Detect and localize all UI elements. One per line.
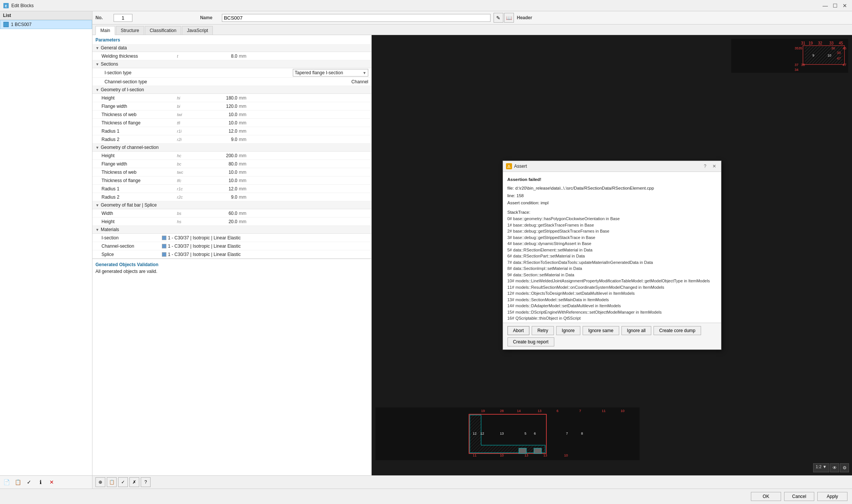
- assertion-file: file: d:\r20\bin_release\data\..\.\src/D…: [508, 185, 717, 191]
- retry-button[interactable]: Retry: [532, 326, 554, 335]
- generated-title: Generated Objects Validation: [95, 262, 368, 267]
- form-header: No. Name ✎ 📖 Header: [92, 11, 852, 25]
- param-name-flange-c: Flange width: [102, 161, 177, 167]
- dialog-close-button[interactable]: ✕: [711, 162, 718, 170]
- right-panel: No. Name ✎ 📖 Header Main Structure: [92, 11, 852, 489]
- add-button[interactable]: 📄: [2, 477, 11, 487]
- name-field-group: Name ✎ 📖: [200, 13, 514, 23]
- param-name-welding: Welding thickness: [102, 54, 177, 59]
- param-abbr-web-i: twi: [177, 112, 200, 117]
- param-value-r2-i: 9.0: [200, 137, 237, 142]
- section-geom-i-header[interactable]: ▼ Geometry of I-section: [92, 86, 371, 94]
- maximize-button[interactable]: ☐: [831, 2, 839, 10]
- form-actions: ✎ 📖: [494, 13, 514, 23]
- apply-button[interactable]: Apply: [817, 492, 847, 501]
- param-value-flange-c: 80.0: [200, 161, 237, 167]
- param-unit-height-i: mm: [237, 95, 252, 101]
- param-value-flange-thick-i: 10.0: [200, 120, 237, 126]
- param-value-web-c: 10.0: [200, 170, 237, 175]
- ignore-all-button[interactable]: Ignore all: [621, 326, 651, 335]
- copy-button[interactable]: 📋: [13, 477, 23, 487]
- bottom-toolbar: ⊕ 📋 ✓ ✗ ?: [92, 475, 852, 489]
- section-title-sections: Sections: [101, 61, 118, 67]
- section-geom-c-header[interactable]: ▼ Geometry of channel-section: [92, 144, 371, 152]
- window-controls: — ☐ ✕: [821, 2, 849, 10]
- name-label: Name: [200, 15, 219, 20]
- section-sections-header[interactable]: ▼ Sections: [92, 60, 371, 68]
- assert-icon: ⚠: [506, 163, 512, 169]
- form-left: Parameters ▼ General data Welding thickn…: [92, 35, 372, 475]
- tab-main[interactable]: Main: [95, 26, 115, 35]
- ignore-same-button[interactable]: Ignore same: [583, 326, 619, 335]
- param-r2-i: Radius 2 r2i 9.0 mm: [92, 135, 371, 144]
- stacktrace-header: StackTrace:: [508, 209, 717, 216]
- param-abbr-flange-thick-c: tfc: [177, 178, 200, 183]
- tab-javascript[interactable]: JavaScript: [182, 26, 213, 35]
- main-container: List 1 BCS007 📄 📋 ✓ ℹ ✕ No.: [0, 11, 852, 504]
- footer: OK Cancel Apply: [0, 489, 852, 504]
- param-name-width-flat: Width: [102, 211, 177, 216]
- delete-button[interactable]: ✕: [47, 477, 57, 487]
- isection-dropdown-arrow: ▼: [363, 71, 366, 75]
- tab-structure[interactable]: Structure: [116, 26, 144, 35]
- minimize-button[interactable]: —: [821, 2, 829, 10]
- param-abbr-width-flat: bs: [177, 211, 200, 216]
- param-unit-flange-i: mm: [237, 104, 252, 109]
- ok-button[interactable]: OK: [751, 492, 781, 501]
- section-materials-header[interactable]: ▼ Materials: [92, 226, 371, 234]
- section-general-header[interactable]: ▼ General data: [92, 44, 371, 52]
- name-input[interactable]: [222, 14, 491, 22]
- param-abbr-r1-i: r1i: [177, 129, 200, 133]
- create-core-dump-button[interactable]: Create core dump: [654, 326, 701, 335]
- ignore-button[interactable]: Ignore: [556, 326, 580, 335]
- dialog-help-button[interactable]: ?: [701, 162, 709, 170]
- section-geom-flat-header[interactable]: ▼ Geometry of flat bar | Splice: [92, 201, 371, 209]
- cancel-button[interactable]: Cancel: [784, 492, 814, 501]
- tab-classification[interactable]: Classification: [145, 26, 181, 35]
- param-name-r1-c: Radius 1: [102, 186, 177, 191]
- toolbar-btn-info[interactable]: ?: [141, 477, 151, 487]
- param-unit-height-c: mm: [237, 153, 252, 158]
- edit-button[interactable]: ✎: [494, 13, 503, 23]
- param-name-flange-thick-i: Thickness of flange: [102, 120, 177, 126]
- window-title: Edit Blocks: [11, 3, 821, 8]
- abort-button[interactable]: Abort: [508, 326, 530, 335]
- toolbar-btn-check[interactable]: ✓: [118, 477, 128, 487]
- param-name-web-i: Thickness of web: [102, 112, 177, 117]
- no-input[interactable]: [114, 14, 132, 22]
- toolbar-btn-add[interactable]: ⊕: [95, 477, 105, 487]
- app-icon: E: [3, 3, 9, 9]
- book-button[interactable]: 📖: [504, 13, 514, 23]
- param-flange-width-i: Flange width bi 120.0 mm: [92, 102, 371, 110]
- param-value-height-flat: 20.0: [200, 219, 237, 224]
- param-flange-c: Flange width bc 80.0 mm: [92, 160, 371, 168]
- param-abbr-r1-c: r1c: [177, 187, 200, 191]
- param-web-i: Thickness of web twi 10.0 mm: [92, 110, 371, 119]
- section-toggle-sections: ▼: [95, 62, 99, 66]
- dialog-titlebar: ⚠ Assert ? ✕: [503, 161, 721, 172]
- toolbar-btn-x[interactable]: ✗: [129, 477, 139, 487]
- material-channel: Channel-section 1 - C30/37 | Isotropic |…: [92, 242, 371, 250]
- toolbar-btn-copy[interactable]: 📋: [107, 477, 117, 487]
- sidebar-list: 1 BCS007: [0, 20, 92, 475]
- param-abbr-r2-i: r2i: [177, 137, 200, 142]
- param-unit-flange-thick-i: mm: [237, 120, 252, 126]
- sidebar-item[interactable]: 1 BCS007: [0, 20, 92, 29]
- check-button[interactable]: ✓: [24, 477, 34, 487]
- param-name-r1-i: Radius 1: [102, 129, 177, 134]
- param-unit-flange-thick-c: mm: [237, 178, 252, 183]
- isection-select[interactable]: Tapered flange I-section ▼: [293, 69, 368, 77]
- sidebar-header: List: [0, 11, 92, 20]
- assertion-stacktrace-label: StackTrace: 0# base::geometry::hasPolygo…: [508, 209, 717, 323]
- material-value-splice: 1 - C30/37 | Isotropic | Linear Elastic: [168, 252, 368, 257]
- section-toggle-general: ▼: [95, 46, 99, 50]
- create-bug-report-button[interactable]: Create bug report: [508, 337, 554, 346]
- section-title-flat: Geometry of flat bar | Splice: [101, 202, 157, 208]
- stacktrace-line-14: 14# models::DAdapterModel::setDataMultil…: [508, 303, 717, 309]
- block-icon: [3, 22, 9, 27]
- info-button[interactable]: ℹ: [35, 477, 45, 487]
- close-button[interactable]: ✕: [841, 2, 849, 10]
- stacktrace-line-1: 1# base::debug::getStackTraceFrames in B…: [508, 222, 717, 228]
- param-unit-height-flat: mm: [237, 219, 252, 224]
- assertion-error-title: Assertion failed!: [508, 176, 717, 183]
